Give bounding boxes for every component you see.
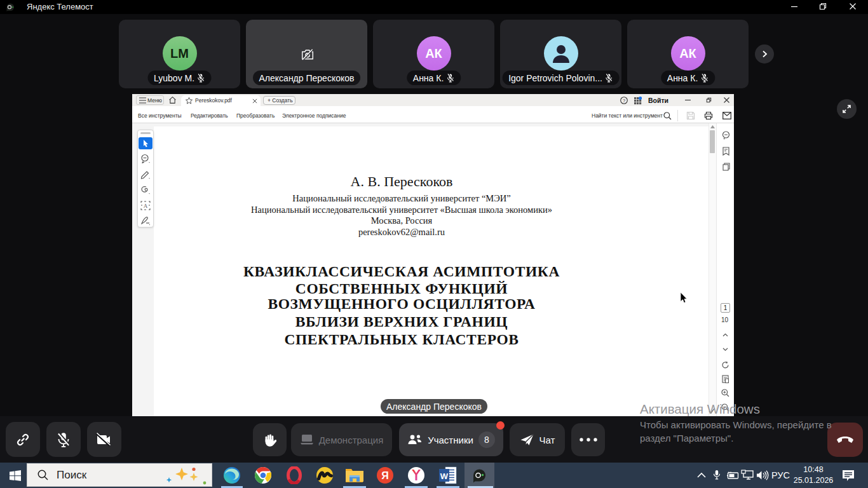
svg-text:A: A — [144, 203, 148, 209]
svg-text:W: W — [440, 471, 449, 481]
svg-text:?: ? — [623, 97, 625, 103]
svg-text:Я: Я — [381, 470, 389, 481]
